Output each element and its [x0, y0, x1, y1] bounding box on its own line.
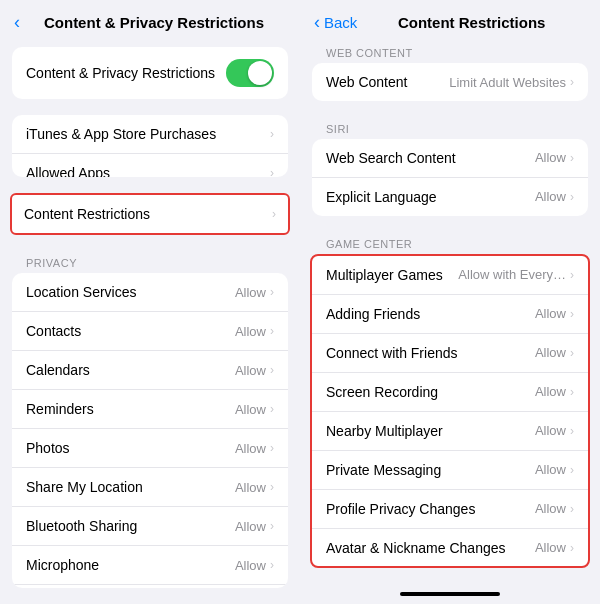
content-restrictions-highlighted[interactable]: Content Restrictions ›	[10, 193, 290, 235]
explicit-language-item[interactable]: Explicit Language Allow ›	[312, 178, 588, 216]
location-services-value: Allow	[235, 285, 266, 300]
contacts-right: Allow ›	[235, 324, 274, 339]
private-messaging-item[interactable]: Private Messaging Allow ›	[312, 451, 588, 490]
content-restrictions-chevron-icon: ›	[272, 207, 276, 221]
profile-privacy-changes-right: Allow ›	[535, 501, 574, 516]
web-search-content-label: Web Search Content	[326, 150, 456, 166]
connect-with-friends-value: Allow	[535, 345, 566, 360]
reminders-item[interactable]: Reminders Allow ›	[12, 390, 288, 429]
left-back-button[interactable]: ‹	[14, 12, 22, 33]
avatar-nickname-changes-label: Avatar & Nickname Changes	[326, 540, 506, 556]
adding-friends-value: Allow	[535, 306, 566, 321]
bluetooth-sharing-value: Allow	[235, 519, 266, 534]
explicit-language-label: Explicit Language	[326, 189, 437, 205]
right-back-button[interactable]: ‹ Back	[314, 12, 357, 33]
bluetooth-sharing-right: Allow ›	[235, 519, 274, 534]
share-my-location-chevron-icon: ›	[270, 480, 274, 494]
contacts-item[interactable]: Contacts Allow ›	[12, 312, 288, 351]
reminders-value: Allow	[235, 402, 266, 417]
calendars-label: Calendars	[26, 362, 90, 378]
web-content-chevron-icon: ›	[570, 75, 574, 89]
screen-recording-label: Screen Recording	[326, 384, 438, 400]
multiplayer-games-right: Allow with Every… ›	[458, 267, 574, 282]
private-messaging-value: Allow	[535, 462, 566, 477]
microphone-item[interactable]: Microphone Allow ›	[12, 546, 288, 585]
multiplayer-games-label: Multiplayer Games	[326, 267, 443, 283]
photos-chevron-icon: ›	[270, 441, 274, 455]
web-search-content-right: Allow ›	[535, 150, 574, 165]
calendars-value: Allow	[235, 363, 266, 378]
connect-with-friends-right: Allow ›	[535, 345, 574, 360]
nearby-multiplayer-item[interactable]: Nearby Multiplayer Allow ›	[312, 412, 588, 451]
connect-with-friends-chevron-icon: ›	[570, 346, 574, 360]
calendars-right: Allow ›	[235, 363, 274, 378]
multiplayer-games-item[interactable]: Multiplayer Games Allow with Every… ›	[312, 256, 588, 295]
speech-recognition-item[interactable]: Speech Recognition Allow ›	[12, 585, 288, 588]
right-back-label[interactable]: Back	[324, 14, 357, 31]
photos-item[interactable]: Photos Allow ›	[12, 429, 288, 468]
itunes-purchases-item[interactable]: iTunes & App Store Purchases ›	[12, 115, 288, 154]
web-content-right: Limit Adult Websites ›	[449, 75, 574, 90]
contacts-chevron-icon: ›	[270, 324, 274, 338]
profile-privacy-changes-label: Profile Privacy Changes	[326, 501, 475, 517]
content-restrictions-item[interactable]: Content Restrictions ›	[12, 195, 288, 233]
photos-label: Photos	[26, 440, 70, 456]
web-content-section: Web Content Limit Adult Websites ›	[312, 63, 588, 101]
screen-recording-right: Allow ›	[535, 384, 574, 399]
reminders-chevron-icon: ›	[270, 402, 274, 416]
itunes-purchases-chevron-icon: ›	[270, 127, 274, 141]
adding-friends-label: Adding Friends	[326, 306, 420, 322]
top-menu-section: iTunes & App Store Purchases › Allowed A…	[12, 115, 288, 177]
itunes-purchases-right: ›	[270, 127, 274, 141]
microphone-value: Allow	[235, 558, 266, 573]
nearby-multiplayer-label: Nearby Multiplayer	[326, 423, 443, 439]
right-panel: ‹ Back Content Restrictions WEB CONTENT …	[300, 0, 600, 604]
location-services-chevron-icon: ›	[270, 285, 274, 299]
profile-privacy-changes-item[interactable]: Profile Privacy Changes Allow ›	[312, 490, 588, 529]
home-indicator-bar	[400, 592, 500, 596]
photos-value: Allow	[235, 441, 266, 456]
content-privacy-toggle-row[interactable]: Content & Privacy Restrictions	[26, 47, 274, 99]
multiplayer-games-chevron-icon: ›	[570, 268, 574, 282]
calendars-item[interactable]: Calendars Allow ›	[12, 351, 288, 390]
avatar-nickname-changes-item[interactable]: Avatar & Nickname Changes Allow ›	[312, 529, 588, 567]
calendars-chevron-icon: ›	[270, 363, 274, 377]
bluetooth-sharing-chevron-icon: ›	[270, 519, 274, 533]
adding-friends-item[interactable]: Adding Friends Allow ›	[312, 295, 588, 334]
content-restrictions-label: Content Restrictions	[24, 206, 150, 222]
content-privacy-toggle[interactable]	[226, 59, 274, 87]
share-my-location-item[interactable]: Share My Location Allow ›	[12, 468, 288, 507]
content-restrictions-right: ›	[272, 207, 276, 221]
explicit-language-right: Allow ›	[535, 189, 574, 204]
nearby-multiplayer-right: Allow ›	[535, 423, 574, 438]
location-services-item[interactable]: Location Services Allow ›	[12, 273, 288, 312]
connect-with-friends-label: Connect with Friends	[326, 345, 458, 361]
share-my-location-value: Allow	[235, 480, 266, 495]
adding-friends-chevron-icon: ›	[570, 307, 574, 321]
screen-recording-chevron-icon: ›	[570, 385, 574, 399]
screen-recording-item[interactable]: Screen Recording Allow ›	[312, 373, 588, 412]
right-back-chevron-icon: ‹	[314, 12, 320, 33]
photos-right: Allow ›	[235, 441, 274, 456]
allowed-apps-chevron-icon: ›	[270, 166, 274, 177]
connect-with-friends-item[interactable]: Connect with Friends Allow ›	[312, 334, 588, 373]
toggle-label: Content & Privacy Restrictions	[26, 65, 215, 81]
bluetooth-sharing-item[interactable]: Bluetooth Sharing Allow ›	[12, 507, 288, 546]
siri-section-label: SIRI	[312, 117, 588, 139]
left-back-chevron-icon: ‹	[14, 12, 20, 33]
privacy-section: Location Services Allow › Contacts Allow…	[12, 273, 288, 588]
multiplayer-games-value: Allow with Every…	[458, 267, 566, 282]
left-nav-header: ‹ Content & Privacy Restrictions	[0, 0, 300, 41]
profile-privacy-changes-value: Allow	[535, 501, 566, 516]
private-messaging-chevron-icon: ›	[570, 463, 574, 477]
share-my-location-right: Allow ›	[235, 480, 274, 495]
reminders-right: Allow ›	[235, 402, 274, 417]
explicit-language-value: Allow	[535, 189, 566, 204]
bluetooth-sharing-label: Bluetooth Sharing	[26, 518, 137, 534]
avatar-nickname-changes-right: Allow ›	[535, 540, 574, 555]
web-search-content-item[interactable]: Web Search Content Allow ›	[312, 139, 588, 178]
web-content-item[interactable]: Web Content Limit Adult Websites ›	[312, 63, 588, 101]
game-center-section-label: GAME CENTER	[312, 232, 588, 254]
allowed-apps-item[interactable]: Allowed Apps ›	[12, 154, 288, 177]
explicit-language-chevron-icon: ›	[570, 190, 574, 204]
